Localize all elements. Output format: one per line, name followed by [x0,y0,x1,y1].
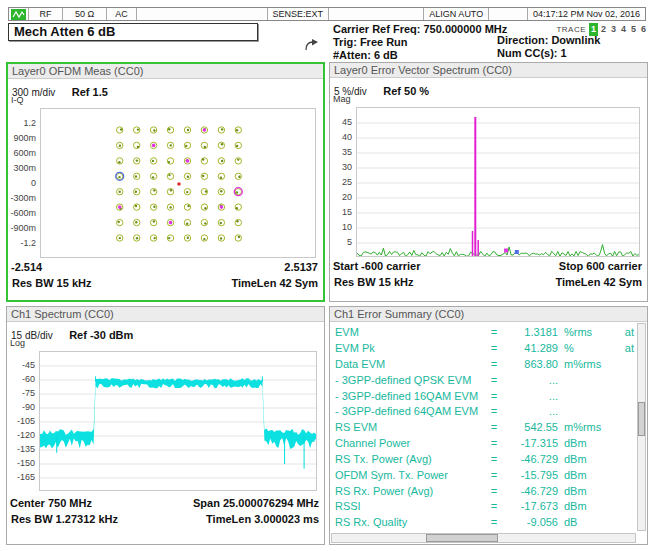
y-axis-tick: -165 [17,472,35,482]
time-len: TimeLen 42 Sym [231,277,318,289]
summary-eq: = [488,421,500,433]
summary-eq: = [488,405,500,417]
summary-unit: % [558,342,612,354]
constellation-plot[interactable] [40,108,316,258]
summary-val: 1.3181 [500,326,558,338]
y-axis-tick: -105 [17,416,35,426]
summary-row: - 3GPP-defined 64QAM EVM=... [335,404,634,420]
vertical-scrollbar-thumb[interactable] [638,402,645,436]
y-axis: -45-60-75-90-105-120-135-150-165 [7,351,37,491]
scale-line: 15 dB/div Ref -30 dBm [11,325,133,343]
app-logo [9,8,29,20]
res-bw: Res BW 15 kHz [12,277,91,289]
summary-val: -17.315 [500,437,558,449]
summary-lab: - 3GPP-defined 16QAM EVM [335,390,488,402]
ref-level: Ref 50 % [383,85,429,97]
y-axis-tick: 40 [342,132,352,142]
strip-spacer [489,8,528,20]
summary-lab: EVM [335,326,488,338]
summary-val: -46.729 [500,485,558,497]
trace-buttons: 123456 [588,22,648,34]
horizontal-scrollbar-thumb[interactable] [426,534,498,542]
summary-row: RS EVM=542.55m%rms [335,419,634,435]
trace-6-button[interactable]: 6 [639,23,648,36]
error-summary-table: EVM=1.3181%rmsatEVM Pk=41.289%atData EVM… [335,325,634,531]
y-axis-tick: -1.2 [20,238,36,248]
summary-val: ... [500,390,558,402]
summary-row: RS Rx. Power (Avg)=-46.729dBm [335,483,634,499]
y-axis-tick: 45 [342,117,352,127]
summary-lab: Data EVM [335,358,488,370]
trace-row: TRACE123456 [497,22,648,34]
panel-error-summary[interactable]: Ch1 Error Summary (CC0) EVM=1.3181%rmsat… [329,306,648,546]
summary-eq: = [488,358,500,370]
summary-row: RS Rx. Quality=-9.056dB [335,514,634,530]
summary-row: - 3GPP-defined QPSK EVM=... [335,372,634,388]
summary-unit: dBm [558,469,612,481]
x-max: 2.5137 [284,261,318,273]
atten-setting: #Atten: 6 dB [333,49,507,62]
panel-error-vector-spectrum[interactable]: Layer0 Error Vector Spectrum (CC0) 5 %/d… [329,62,648,302]
trace-2-button[interactable]: 2 [599,23,608,36]
summary-lab: OFDM Sym. Tx. Power [335,469,488,481]
summary-eq: = [488,485,500,497]
summary-eq: = [488,390,500,402]
summary-suf: at [612,326,634,338]
right-settings: TRACE123456 Direction: Downlink Num CC(s… [497,22,648,60]
horizontal-scrollbar[interactable] [331,533,636,543]
analyzer-screen: RF 50 Ω AC SENSE:EXT ALIGN AUTO 04:17:12… [0,0,654,551]
y-axis-tick: 35 [342,147,352,157]
status-strip: RF 50 Ω AC SENSE:EXT ALIGN AUTO 04:17:12… [8,7,646,21]
summary-eq: = [488,374,500,386]
x-min: -2.514 [11,261,42,273]
summary-unit: dB [558,516,612,528]
trace-5-button[interactable]: 5 [629,23,638,36]
summary-val: 542.55 [500,421,558,433]
y-axis-tick: -60 [22,374,35,384]
summary-row: Data EVM=863.80m%rms [335,356,634,372]
summary-eq: = [488,326,500,338]
summary-lab: RS Tx. Power (Avg) [335,453,488,465]
evm-spectrum-plot[interactable] [356,107,640,257]
x-stop: Stop 600 carrier [559,260,642,272]
summary-row: RSSI=-17.673dBm [335,498,634,514]
panel-title: Ch1 Error Summary (CC0) [330,307,647,322]
y-axis-tick: 600m [13,148,36,158]
axis-name: Log [10,338,25,348]
summary-unit: dBm [558,453,612,465]
summary-row: - 3GPP-defined 16QAM EVM=... [335,388,634,404]
summary-eq: = [488,342,500,354]
y-axis: 1.2900m600m300m0-300m-600m-900m-1.2 [8,108,38,258]
summary-lab: - 3GPP-defined 64QAM EVM [335,405,488,417]
vertical-scrollbar[interactable] [637,323,646,532]
trigger-arrow-icon [303,38,319,52]
summary-unit: dBm [558,437,612,449]
measurement-grid: Layer0 OFDM Meas (CC0) 300 m/div Ref 1.5… [6,62,648,545]
summary-eq: = [488,469,500,481]
panel-spectrum[interactable]: Ch1 Spectrum (CC0) 15 dB/div Ref -30 dBm… [6,306,325,546]
carrier-ref-freq: Carrier Ref Freq: 750.000000 MHz [333,23,507,36]
scale-line: 300 m/div Ref 1.5 [12,82,108,100]
axis-name: Mag [333,94,351,104]
sense-indicator: SENSE:EXT [268,8,330,20]
spectrum-plot[interactable] [39,351,317,491]
coupling-indicator: AC [107,8,137,20]
summary-eq: = [488,437,500,449]
y-axis-tick: 0 [31,178,36,188]
trace-3-button[interactable]: 3 [609,23,618,36]
summary-lab: - 3GPP-defined QPSK EVM [335,374,488,386]
panel-ofdm-constellation[interactable]: Layer0 OFDM Meas (CC0) 300 m/div Ref 1.5… [6,62,325,302]
y-axis-tick: 300m [13,163,36,173]
summary-row: Channel Power=-17.315dBm [335,435,634,451]
span: Span 25.000076294 MHz [193,497,319,509]
y-axis-tick: 30 [342,162,352,172]
logo-icon [11,9,26,20]
trace-4-button[interactable]: 4 [619,23,628,36]
y-axis: 45403530252015105 [330,107,354,257]
summary-eq: = [488,500,500,512]
rf-indicator: RF [29,8,63,20]
summary-lab: RS Rx. Power (Avg) [335,485,488,497]
trace-label: TRACE [556,25,586,34]
summary-lab: RS EVM [335,421,488,433]
summary-val: ... [500,374,558,386]
